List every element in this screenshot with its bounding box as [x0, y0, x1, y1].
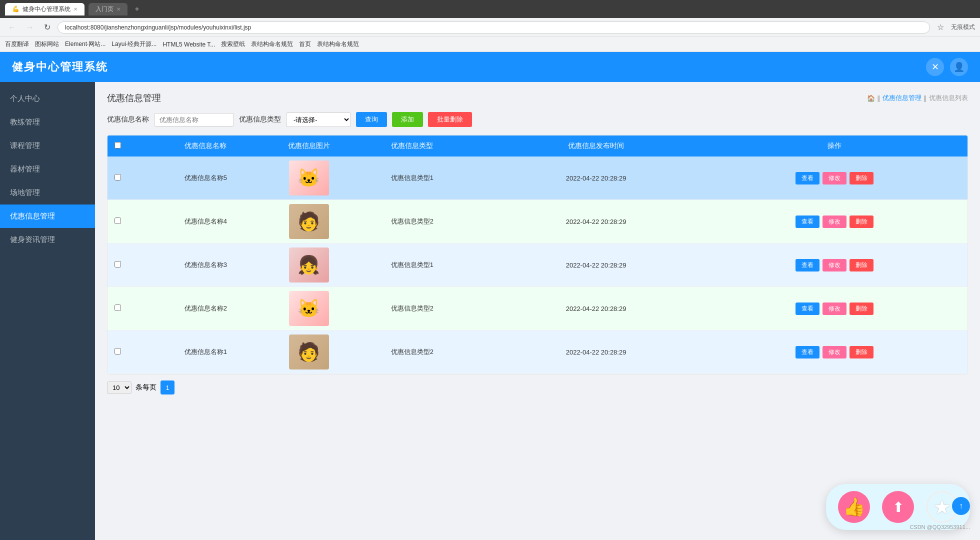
row-name: 优惠信息名称2 [128, 287, 284, 330]
delete-button[interactable]: 删除 [850, 302, 874, 315]
row-name: 优惠信息名称4 [128, 200, 284, 244]
user-account: 无痕模式 [951, 23, 975, 32]
row-name: 优惠信息名称5 [128, 156, 284, 200]
search-name-input[interactable] [154, 113, 234, 126]
edit-button[interactable]: 修改 [822, 216, 846, 228]
row-checkbox-cell [108, 330, 128, 374]
page-title: 优惠信息管理 [107, 92, 161, 104]
batch-delete-button[interactable]: 批量删除 [428, 112, 472, 127]
row-checkbox[interactable] [114, 304, 121, 311]
sidebar-item-news[interactable]: 健身资讯管理 [0, 228, 95, 252]
delete-button[interactable]: 删除 [850, 172, 874, 184]
back-btn[interactable]: ← [5, 22, 19, 33]
bookmark-btn[interactable]: ☆ [934, 22, 947, 33]
bookmark-html5[interactable]: HTML5 Website T... [162, 41, 215, 48]
row-checkbox[interactable] [114, 261, 121, 268]
tab-close-btn-2[interactable]: ✕ [116, 6, 120, 12]
view-button[interactable]: 查看 [796, 259, 820, 272]
view-button[interactable]: 查看 [796, 302, 820, 315]
bookmark-baidu[interactable]: 百度翻译 [5, 40, 29, 48]
row-type: 优惠信息类型1 [334, 156, 490, 200]
app-title: 健身中心管理系统 [12, 60, 108, 74]
breadcrumb-sep2: ‖ [924, 94, 927, 102]
sidebar-item-equipment[interactable]: 器材管理 [0, 158, 95, 181]
search-type-select[interactable]: -请选择- 优惠信息类型1 优惠信息类型2 [286, 112, 351, 127]
row-checkbox-cell [108, 200, 128, 244]
delete-button[interactable]: 删除 [850, 346, 874, 358]
row-image: 🐱 [289, 160, 329, 196]
bookmark-home[interactable]: 首页 [299, 40, 311, 48]
delete-button[interactable]: 删除 [850, 216, 874, 228]
sidebar-item-personal[interactable]: 个人中心 [0, 87, 95, 110]
go-top-btn[interactable]: ↑ [952, 497, 970, 515]
row-checkbox[interactable] [114, 218, 121, 224]
row-image-cell: 🐱 [284, 287, 334, 330]
edit-button[interactable]: 修改 [822, 259, 846, 272]
select-all-checkbox[interactable] [114, 142, 121, 148]
tab-inactive[interactable]: 入门页 ✕ [88, 3, 128, 16]
row-image: 🐱 [289, 291, 329, 326]
view-button[interactable]: 查看 [796, 172, 820, 184]
main-layout: 个人中心 教练管理 课程管理 器材管理 场地管理 优惠信息管理 健身资讯管理 优… [0, 82, 980, 540]
action-buttons: 查看 修改 删除 [706, 172, 964, 184]
breadcrumb-part2: 优惠信息列表 [929, 94, 968, 102]
forward-btn[interactable]: → [23, 22, 37, 33]
query-button[interactable]: 查询 [356, 112, 387, 127]
tab-bar: 💪 健身中心管理系统 ✕ 入门页 ✕ ＋ [0, 0, 980, 18]
row-actions: 查看 修改 删除 [702, 200, 968, 244]
row-name: 优惠信息名称1 [128, 330, 284, 374]
row-image-cell: 🐱 [284, 156, 334, 200]
row-checkbox[interactable] [114, 348, 121, 354]
action-buttons: 查看 修改 删除 [706, 259, 964, 272]
sidebar-item-venue[interactable]: 场地管理 [0, 181, 95, 204]
edit-button[interactable]: 修改 [822, 172, 846, 184]
row-image-cell: 👧 [284, 244, 334, 287]
view-button[interactable]: 查看 [796, 216, 820, 228]
bookmark-icon[interactable]: 图标网站 [35, 40, 59, 48]
bookmark-element[interactable]: Element·网站... [65, 40, 106, 48]
row-type: 优惠信息类型2 [334, 330, 490, 374]
edit-button[interactable]: 修改 [822, 302, 846, 315]
bookmark-search[interactable]: 搜索壁纸 [221, 40, 245, 48]
per-page-select[interactable]: 10 20 [107, 382, 132, 394]
address-input[interactable] [58, 22, 930, 34]
row-time: 2022-04-22 20:28:29 [490, 287, 702, 330]
search-type-label: 优惠信息类型 [239, 115, 281, 124]
tab-close-btn[interactable]: ✕ [74, 6, 78, 12]
sidebar-item-coach[interactable]: 教练管理 [0, 110, 95, 134]
bookmark-naming2[interactable]: 表结构命名规范 [317, 40, 359, 48]
share-button[interactable]: ⬆ [882, 491, 914, 523]
breadcrumb-part1[interactable]: 优惠信息管理 [882, 94, 922, 102]
tab-favicon: 💪 [12, 6, 20, 12]
row-type: 优惠信息类型2 [334, 200, 490, 244]
page-1-btn[interactable]: 1 [160, 380, 174, 394]
like-button[interactable]: 👍 [838, 491, 870, 523]
row-image: 🧑 [289, 204, 329, 239]
tab-active[interactable]: 💪 健身中心管理系统 ✕ [5, 3, 84, 16]
sidebar-item-course[interactable]: 课程管理 [0, 134, 95, 158]
sidebar-item-promo[interactable]: 优惠信息管理 [0, 204, 95, 228]
delete-button[interactable]: 删除 [850, 259, 874, 272]
th-name: 优惠信息名称 [128, 136, 284, 156]
pagination-bar: 10 20 条每页 1 [107, 374, 968, 400]
row-image-cell: 🧑 [284, 330, 334, 374]
breadcrumb-sep1: ‖ [877, 94, 880, 102]
edit-button[interactable]: 修改 [822, 346, 846, 358]
row-checkbox[interactable] [114, 174, 121, 180]
bookmark-naming1[interactable]: 表结构命名规范 [251, 40, 293, 48]
row-checkbox-cell [108, 244, 128, 287]
bookmark-layui[interactable]: Layui·经典开源... [112, 40, 156, 48]
view-button[interactable]: 查看 [796, 346, 820, 358]
header-close-btn[interactable]: ✕ [926, 58, 944, 76]
header-user-btn[interactable]: 👤 [950, 58, 968, 76]
reload-btn[interactable]: ↻ [41, 22, 54, 33]
th-action: 操作 [702, 136, 968, 156]
like-icon: 👍 [843, 496, 866, 518]
row-image: 🧑 [289, 334, 329, 370]
row-actions: 查看 修改 删除 [702, 244, 968, 287]
table-row: 优惠信息名称3 👧 优惠信息类型1 2022-04-22 20:28:29 查看… [108, 244, 968, 287]
browser-chrome: 💪 健身中心管理系统 ✕ 入门页 ✕ ＋ ← → ↻ ☆ 无痕模式 百度翻译 图… [0, 0, 980, 52]
tab-add-btn[interactable]: ＋ [134, 4, 140, 14]
add-button[interactable]: 添加 [392, 112, 423, 127]
per-page-label: 条每页 [136, 383, 156, 392]
